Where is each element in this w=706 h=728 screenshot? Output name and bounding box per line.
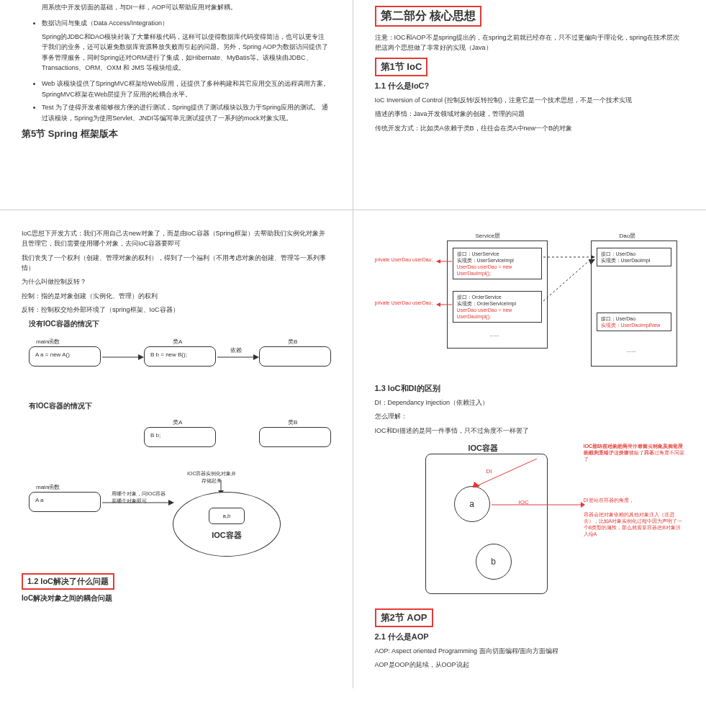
heading-section-2-aop: 第2节 AOP xyxy=(375,608,685,627)
p3-p2: 我们丧失了一个权利（创建、管理对象的权利），得到了一个福利（不用考虑对象的创建、… xyxy=(22,253,331,274)
heading-1-2-sub: IoC解决对象之间的耦合问题 xyxy=(22,593,331,603)
p3-p4: 控制：指的是对象创建（实例化、管理）的权利 xyxy=(22,291,331,301)
page-bottom-right: Service层 Dao层 private UserDao userDao; 接… xyxy=(353,210,707,688)
page-top-right: 第二部分 核心思想 注意：IOC和AOP不是spring提出的，在spring之… xyxy=(353,0,707,210)
note3: DI是站在容器的角度， xyxy=(584,497,684,503)
svg-line-14 xyxy=(543,259,591,301)
bullet-data-access-desc: Spring的JDBC和DAO模块封装了大量样板代码，这样可以使得数据库代码变得… xyxy=(42,32,331,73)
box2-class-b xyxy=(259,427,331,447)
bullet-web: Web 该模块提供了SpringMVC框架给Web应用，还提供了多种构建和其它应… xyxy=(42,78,331,99)
diagram1-title: 没有IOC容器的情况下 xyxy=(29,319,331,329)
svg-marker-1 xyxy=(138,354,144,360)
p-aop2: AOP是OOP的延续，从OOP说起 xyxy=(375,660,685,670)
page-bottom-left: IoC思想下开发方式：我们不用自己去new对象了，而是由IoC容器（Spring… xyxy=(0,210,353,688)
box-class-a: B b = new B(); xyxy=(144,346,216,367)
p3-p5: 反转：控制权交给外部环境了（spring框架、IoC容器） xyxy=(22,305,331,315)
heading-1-3: 1.3 IoC和DI的区别 xyxy=(375,383,685,394)
intro-tail: 用系统中开发切面的基础，与DI一样，AOP可以帮助应用对象解耦。 xyxy=(42,2,331,12)
svg-marker-9 xyxy=(436,259,440,264)
box-userservice: 接口：UserService 实现类：UserServiceImpl UserD… xyxy=(453,248,542,279)
diagram-ioc-di: IOC容器 a b DI IOC IOC和DI描述的是同一件事情（对象实例化及依… xyxy=(375,443,685,601)
p3-p3: 为什么叫做控制反转？ xyxy=(22,277,331,287)
p3-p1: IoC思想下开发方式：我们不用自己去new对象了，而是由IoC容器（Spring… xyxy=(22,228,331,249)
svg-marker-7 xyxy=(168,500,174,505)
bullet-data-access: 数据访问与集成（Data Access/Integration） xyxy=(42,18,331,28)
svg-marker-11 xyxy=(436,302,440,307)
box-userdao: 接口：UserDao 实现类：UserDaoImpl xyxy=(597,248,671,266)
box-class-b xyxy=(259,346,331,367)
note2: IOC是站在对象的角度，对象实例化及其管理的权利交给了（反转）给了容器 xyxy=(584,443,684,456)
heading-section-1-ioc: 第1节 IoC xyxy=(375,58,685,76)
diagram-no-ioc: main函数 A a = new A() 类A B b = new B(); 依… xyxy=(22,336,331,387)
diagram2-title: 有IOC容器的情况下 xyxy=(29,401,331,411)
box-main-a: A a = new A() xyxy=(29,346,101,367)
heading-section-5: 第5节 Spring 框架版本 xyxy=(22,127,331,140)
bullet-test: Test 为了使得开发者能够很方便的进行测试，Spring提供了测试模块以致力于… xyxy=(42,102,331,123)
p-same: IOC和DI描述的是同一件事情，只不过角度不一样罢了 xyxy=(375,426,685,436)
circle-a: a xyxy=(454,486,490,522)
ioc-container-ellipse: a,b IOC容器 xyxy=(173,492,281,557)
svg-line-16 xyxy=(476,459,537,486)
svg-marker-15 xyxy=(588,259,595,265)
svg-marker-3 xyxy=(253,354,259,360)
heading-2-1: 2.1 什么是AOP xyxy=(375,632,685,642)
p-how: 怎么理解： xyxy=(375,411,685,421)
heading-1-2: 1.2 IoC解决了什么问题 xyxy=(22,573,331,590)
box-orderservice: 接口：OrderService 实现类：OrderServiceImpl Use… xyxy=(453,291,542,323)
p-ioc-desc: 描述的事情：Java开发领域对象的创建，管理的问题 xyxy=(375,109,685,119)
box-userdao-new: 接口：UserDao 实现类：UserDaoImplNew xyxy=(597,313,671,331)
note4: 容器会把对象依赖的其他对象注入（送进去），比如A对象实例化过程中因为声明了一个B… xyxy=(584,511,684,537)
diagram-with-ioc: 类A B b; 类B main函数 A a 用哪个对象，问IOC容器 要哪个对象… xyxy=(22,418,331,562)
p-ioc-trad: 传统开发方式：比如类A依赖于类B，往往会在类A中new一个B的对象 xyxy=(375,123,685,133)
p-di: DI：Dependancy Injection（依赖注入） xyxy=(375,397,685,408)
box2-main: A a xyxy=(29,492,101,512)
p-ioc-def: IoC Inversion of Control (控制反转/反转控制)，注意它… xyxy=(375,95,685,105)
heading-1-1: 1.1 什么是IoC? xyxy=(375,81,685,91)
part2-note: 注意：IOC和AOP不是spring提出的，在spring之前就已经存在，只不过… xyxy=(375,32,685,53)
d2-title: IOC容器 xyxy=(469,443,499,454)
p-aop1: AOP: Aspect oriented Programming 面向切面编程/… xyxy=(375,646,685,656)
heading-part-2: 第二部分 核心思想 xyxy=(375,6,685,27)
circle-b: b xyxy=(476,544,512,580)
page-top-left: 用系统中开发切面的基础，与DI一样，AOP可以帮助应用对象解耦。 数据访问与集成… xyxy=(0,0,353,210)
box2-class-a: B b; xyxy=(144,427,216,447)
diagram-service-dao: Service层 Dao层 private UserDao userDao; 接… xyxy=(375,232,685,376)
